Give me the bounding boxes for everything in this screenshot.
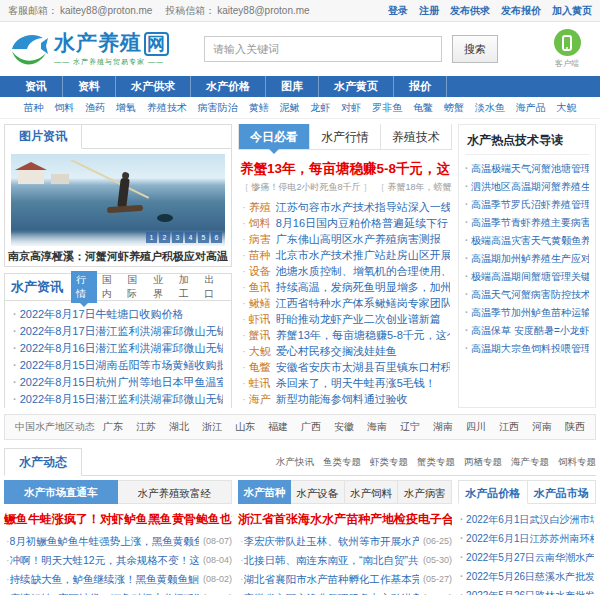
news-list-item[interactable]: 饲料8月16日国内豆粕价格普遍延续下行: [242, 215, 450, 231]
news-category-tag[interactable]: 苗种: [249, 249, 271, 261]
news-list-item[interactable]: 高温期大宗鱼饲料投喂管理注意事项: [465, 340, 589, 358]
contribute-email-link[interactable]: kaitey88@proton.me: [217, 5, 309, 16]
news-category-tag[interactable]: 病害: [249, 233, 271, 245]
aqua-news-tab[interactable]: 行情: [71, 271, 97, 303]
market-tab[interactable]: 水产养殖致富经: [118, 480, 233, 504]
news-link[interactable]: 李宏庆带队赴玉林、钦州等市开展水产种业产: [244, 532, 419, 551]
category-link[interactable]: 淡水鱼: [475, 101, 505, 115]
news-list-item[interactable]: 高温季节加州鲈鱼苗种运输注意事项: [465, 304, 589, 322]
news-list-item[interactable]: 2022年5月26日慈溪水产批发市场水: [460, 567, 594, 586]
category-link[interactable]: 养殖技术: [147, 101, 187, 115]
topbar-link[interactable]: 发布供求: [450, 4, 490, 18]
nav-item[interactable]: 水产供求: [116, 76, 191, 97]
search-input[interactable]: [204, 36, 442, 62]
photo-news-image[interactable]: 123456: [11, 154, 225, 246]
service-email-link[interactable]: kaitey88@proton.me: [60, 5, 152, 16]
news-link[interactable]: 安徽省安庆市太湖县百里镇东口村积极发展稻田养: [276, 361, 450, 373]
mobile-app-icon[interactable]: [554, 29, 581, 56]
news-list-item[interactable]: 2022年5月26日路林水产批发市场水: [460, 586, 594, 595]
dynamics-link[interactable]: 海产专题: [511, 456, 549, 469]
today-headline[interactable]: 养蟹13年，每亩塘稳赚5-8千元，这个: [240, 160, 450, 178]
news-category-tag[interactable]: 大鲵: [249, 345, 271, 357]
news-list-item[interactable]: 冲啊！明天大蛙12元，其余规格不变！这波(08-04): [6, 551, 232, 570]
aqua-news-tab[interactable]: 国内: [97, 271, 123, 303]
dynamics-link[interactable]: 水产快讯: [276, 456, 314, 469]
news-list-item[interactable]: 大鲵爱心村民移交搁浅娃娃鱼: [242, 343, 450, 359]
region-link[interactable]: 陕西: [565, 420, 585, 434]
region-link[interactable]: 山东: [235, 420, 255, 434]
news-list-item[interactable]: 8月初鳜鱼鲈鱼牛蛙强势上涨，黑鱼黄颡鱼鮰(08-07): [6, 532, 232, 551]
price-tab[interactable]: 水产品价格: [458, 480, 528, 504]
seed-tab[interactable]: 水产设备: [291, 480, 345, 504]
news-list-item[interactable]: 设备池塘水质控制、增氧机的合理使用、防止缺氧浮头: [242, 263, 450, 279]
topbar-link[interactable]: 发布报价: [501, 4, 541, 18]
nav-item[interactable]: 水产价格: [191, 76, 266, 97]
news-list-item[interactable]: 高温保草 安度酷暑=小龙虾养殖高温: [465, 322, 589, 340]
news-list-item[interactable]: 苗种北京市水产技术推广站赴房山区开展水产种质资源: [242, 247, 450, 263]
seed-tab[interactable]: 水产饲料: [345, 480, 399, 504]
news-category-tag[interactable]: 养殖: [249, 201, 271, 213]
photo-pager-item[interactable]: 5: [198, 232, 209, 243]
price-tab[interactable]: 水产品市场: [528, 480, 597, 504]
dynamics-link[interactable]: 蟹类专题: [417, 456, 455, 469]
news-link[interactable]: 安徽省宁国市渔业管理服务中心引进良种助力: [244, 589, 419, 595]
region-link[interactable]: 江苏: [136, 420, 156, 434]
news-link[interactable]: 8月初鳜鱼鲈鱼牛蛙强势上涨，黑鱼黄颡鱼鮰: [10, 532, 199, 551]
search-button[interactable]: 搜索: [452, 35, 498, 63]
dynamics-link[interactable]: 两栖专题: [464, 456, 502, 469]
category-link[interactable]: 黄鳝: [249, 101, 269, 115]
news-list-item[interactable]: 高温期加州鲈养殖生产应对措施: [465, 250, 589, 268]
category-link[interactable]: 病害防治: [198, 101, 238, 115]
news-list-item[interactable]: 安徽省宁国市渔业管理服务中心引进良种助力(05-26): [240, 589, 452, 595]
news-list-item[interactable]: 高温季节罗氏沼虾养殖管理注意要点: [465, 196, 589, 214]
region-link[interactable]: 江西: [499, 420, 519, 434]
news-list-item[interactable]: 病害广东佛山高明区水产养殖病害测报: [242, 231, 450, 247]
today-tab[interactable]: 今日必看: [239, 124, 309, 149]
news-list-item[interactable]: 2022年8月17日牛蛙塘口收购价格: [13, 306, 223, 323]
nav-item[interactable]: 报价: [394, 76, 447, 97]
news-list-item[interactable]: 高温极端天气河蟹池塘管理措施: [465, 160, 589, 178]
news-list-item[interactable]: 蟹讯养蟹13年，每亩塘稳赚5-8千元，这个洪泽湖: [242, 327, 450, 343]
news-list-item[interactable]: 2022年6月1日武汉白沙洲市场水产品: [460, 510, 594, 529]
news-link[interactable]: 杀回来了，明天牛蛙再涨5毛钱！: [276, 377, 436, 389]
news-list-item[interactable]: 鳅鳝江西省特种水产体系鳅鳝岗专家团队赴进贤县科技: [242, 295, 450, 311]
news-list-item[interactable]: 极端高温期间蟹塘管理关键技术: [465, 268, 589, 286]
category-link[interactable]: 龟鳖: [413, 101, 433, 115]
region-link[interactable]: 河南: [532, 420, 552, 434]
category-link[interactable]: 增氧: [116, 101, 136, 115]
dynamics-link[interactable]: 鱼类专题: [323, 456, 361, 469]
news-category-tag[interactable]: 饲料: [249, 217, 271, 229]
market-tab[interactable]: 水产市场直通车: [4, 480, 118, 504]
news-category-tag[interactable]: 虾讯: [249, 313, 271, 325]
news-list-item[interactable]: 蛙讯杀回来了，明天牛蛙再涨5毛钱！: [242, 375, 450, 391]
news-link[interactable]: 盱眙推动龙虾产业二次创业谱新篇: [276, 313, 441, 325]
news-link[interactable]: 养蟹13年，每亩塘稳赚5-8千元，这个洪泽湖: [276, 329, 450, 341]
region-link[interactable]: 广东: [103, 420, 123, 434]
aqua-news-tab[interactable]: 业界: [148, 271, 174, 303]
market-headline[interactable]: 鳜鱼牛蛙涨疯了！对虾鲈鱼黑鱼黄骨鲍鱼也涨: [4, 511, 232, 528]
news-link[interactable]: 北京市水产技术推广站赴房山区开展水产种质资源: [276, 249, 450, 261]
today-tab[interactable]: 养殖技术: [380, 124, 451, 149]
region-link[interactable]: 浙江: [202, 420, 222, 434]
dynamics-link[interactable]: 虾类专题: [370, 456, 408, 469]
news-list-item[interactable]: 持续缺大鱼，鲈鱼继续涨！黑鱼黄颡鱼鮰鱼稳(08-02): [6, 570, 232, 589]
news-list-item[interactable]: 2022年8月16日潜江监利洪湖霍邱微山无锡: [13, 340, 223, 357]
news-link[interactable]: 疫情好转+产区缺货，鳜鱼对虾小龙虾猛涨，: [10, 589, 199, 595]
news-list-item[interactable]: 2022年5月27日云南华潮水产品批发: [460, 548, 594, 567]
category-link[interactable]: 螃蟹: [444, 101, 464, 115]
aqua-news-tab[interactable]: 国际: [122, 271, 148, 303]
nav-item[interactable]: 图库: [266, 76, 319, 97]
today-sublink[interactable]: 养蟹18年，螃蟹和蟹苗从来: [376, 182, 452, 192]
news-category-tag[interactable]: 蛙讯: [249, 377, 271, 389]
news-list-item[interactable]: 高温季节青虾养殖主要病害防控建议: [465, 214, 589, 232]
nav-item[interactable]: 资料: [63, 76, 116, 97]
seed-tab[interactable]: 水产苗种: [238, 480, 291, 504]
topbar-link[interactable]: 加入黄页: [552, 4, 592, 18]
news-list-item[interactable]: 极端高温灾害天气黄颡鱼养殖应急管理: [465, 232, 589, 250]
news-link[interactable]: 冲啊！明天大蛙12元，其余规格不变！这波: [10, 551, 199, 570]
category-link[interactable]: 大鲵: [557, 101, 577, 115]
category-link[interactable]: 饲料: [54, 101, 74, 115]
photo-pager-item[interactable]: 6: [211, 232, 222, 243]
seed-headline[interactable]: 浙江省首张海水水产苗种产地检疫电子合格证: [238, 511, 452, 528]
news-category-tag[interactable]: 龟鳖: [249, 361, 271, 373]
